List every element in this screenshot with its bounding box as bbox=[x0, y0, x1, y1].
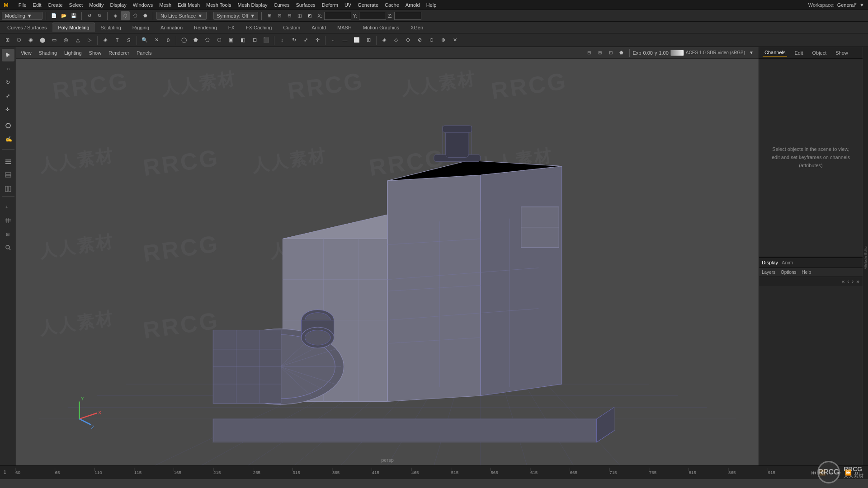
shelf-cleanup-icon[interactable]: ⊘ bbox=[414, 35, 425, 46]
soft-select-tool[interactable] bbox=[2, 119, 14, 132]
tab-display[interactable]: Display bbox=[762, 260, 778, 265]
tab-sculpting[interactable]: Sculpting bbox=[95, 23, 127, 32]
shelf-svg-icon[interactable]: S bbox=[123, 35, 134, 46]
tab-animation[interactable]: Animation bbox=[155, 23, 188, 32]
select-by-hierarchy-icon[interactable]: ◈ bbox=[111, 11, 120, 20]
menu-deform[interactable]: Deform bbox=[319, 1, 341, 9]
shelf-reduce-icon[interactable]: ⊖ bbox=[426, 35, 437, 46]
open-scene-icon[interactable]: 📂 bbox=[59, 11, 68, 20]
menu-surfaces[interactable]: Surfaces bbox=[293, 1, 318, 9]
snap-point-icon[interactable]: ⊟ bbox=[285, 11, 294, 20]
color-mode-label[interactable]: ACES 1.0 SDR-video (sRGB) bbox=[686, 50, 745, 55]
shelf-search-icon[interactable]: 🔍 bbox=[139, 35, 150, 46]
shelf-cylinder-icon[interactable]: ⬤ bbox=[37, 35, 48, 46]
shelf-sphere-icon[interactable]: ◉ bbox=[25, 35, 36, 46]
select-tool[interactable] bbox=[2, 49, 14, 61]
redo-icon[interactable]: ↻ bbox=[95, 11, 104, 20]
scale-tool[interactable]: ⤢ bbox=[2, 89, 14, 102]
tab-rendering[interactable]: Rendering bbox=[189, 23, 222, 32]
vp-display-icon-2[interactable]: ⊞ bbox=[595, 48, 604, 57]
grid-icon[interactable] bbox=[2, 214, 14, 227]
shelf-scale-icon[interactable]: ⤢ bbox=[300, 35, 311, 46]
shelf-fill-icon[interactable]: ⬛ bbox=[261, 35, 272, 46]
save-scene-icon[interactable]: 💾 bbox=[69, 11, 78, 20]
shelf-subdivide-icon[interactable]: ⬠ bbox=[202, 35, 213, 46]
tab-xgen[interactable]: XGen bbox=[405, 23, 429, 32]
y-input[interactable] bbox=[359, 12, 386, 20]
menu-mesh-tools[interactable]: Mesh Tools bbox=[203, 1, 234, 9]
shelf-zero-icon[interactable]: 0 bbox=[163, 35, 174, 46]
shelf-uv-icon[interactable]: ⊞ bbox=[363, 35, 374, 46]
shelf-bevel-icon[interactable]: ▣ bbox=[226, 35, 236, 46]
shelf-plane-icon[interactable]: ▭ bbox=[49, 35, 60, 46]
shelf-select-icon[interactable]: ⊞ bbox=[2, 35, 13, 46]
shelf-boolean-icon[interactable]: ⊕ bbox=[402, 35, 413, 46]
shelf-merge-icon[interactable]: ◈ bbox=[379, 35, 390, 46]
menu-cache[interactable]: Cache bbox=[382, 1, 402, 9]
menu-generate[interactable]: Generate bbox=[355, 1, 381, 9]
sub-tab-options[interactable]: Options bbox=[781, 270, 796, 275]
no-live-surface-selector[interactable]: No Live Surface ▼ bbox=[156, 12, 207, 20]
shelf-rotate-icon[interactable]: ↻ bbox=[288, 35, 299, 46]
workspace-selector[interactable]: Modeling ▼ bbox=[2, 12, 42, 20]
shelf-cube-icon[interactable]: ⬡ bbox=[14, 35, 24, 46]
menu-help[interactable]: Help bbox=[424, 1, 439, 9]
move-tool[interactable]: ↔ bbox=[2, 62, 14, 75]
shelf-torus-icon[interactable]: ◎ bbox=[61, 35, 71, 46]
snap-icon[interactable]: ⊞ bbox=[2, 228, 14, 240]
vp-menu-panels[interactable]: Panels bbox=[135, 49, 154, 56]
shelf-retopo-icon[interactable]: ⊗ bbox=[438, 35, 448, 46]
shelf-face-icon[interactable]: ⬜ bbox=[351, 35, 362, 46]
menu-mesh[interactable]: Mesh bbox=[156, 1, 174, 9]
tab-poly-modeling[interactable]: Poly Modeling bbox=[52, 23, 94, 32]
snap-surface-icon[interactable]: ◫ bbox=[295, 11, 304, 20]
vp-display-icon-3[interactable]: ⊡ bbox=[606, 48, 615, 57]
tab-curves-surfaces[interactable]: Curves / Surfaces bbox=[2, 23, 52, 32]
attribute-editor-strip[interactable]: Attribute Editor bbox=[863, 47, 868, 465]
outliner-icon[interactable] bbox=[2, 155, 14, 168]
workspace-dropdown-icon[interactable]: ▼ bbox=[859, 2, 864, 8]
new-scene-icon[interactable]: 📄 bbox=[49, 11, 58, 20]
x-input[interactable] bbox=[324, 12, 351, 20]
menu-edit[interactable]: Edit bbox=[30, 1, 44, 9]
vp-display-icon-1[interactable]: ⊟ bbox=[585, 48, 594, 57]
tab-channels[interactable]: Channels bbox=[763, 49, 787, 56]
vp-menu-renderer[interactable]: Renderer bbox=[107, 49, 131, 56]
vp-menu-lighting[interactable]: Lighting bbox=[62, 49, 84, 56]
shelf-move-icon[interactable]: ↕ bbox=[277, 35, 288, 46]
snap-view-icon[interactable]: ◩ bbox=[305, 11, 314, 20]
paint-select-tool[interactable]: ✍ bbox=[2, 133, 14, 145]
nav-arrow-right-right[interactable]: » bbox=[855, 278, 861, 285]
tab-custom[interactable]: Custom bbox=[278, 23, 306, 32]
snap-curve-icon[interactable]: ⊡ bbox=[275, 11, 284, 20]
lasso-select-icon[interactable]: ⬠ bbox=[131, 11, 140, 20]
menu-select[interactable]: Select bbox=[66, 1, 86, 9]
menu-curves[interactable]: Curves bbox=[271, 1, 292, 9]
vp-menu-view[interactable]: View bbox=[19, 49, 33, 56]
shelf-target-icon[interactable]: ✕ bbox=[151, 35, 162, 46]
menu-display[interactable]: Display bbox=[108, 1, 129, 9]
vp-menu-show[interactable]: Show bbox=[87, 49, 104, 56]
shelf-extrude-icon[interactable]: ◧ bbox=[237, 35, 248, 46]
tab-rigging[interactable]: Rigging bbox=[127, 23, 155, 32]
sub-tab-help[interactable]: Help bbox=[802, 270, 811, 275]
symmetry-selector[interactable]: Symmetry: Off ▼ bbox=[213, 12, 258, 20]
tab-anim[interactable]: Anim bbox=[782, 260, 793, 265]
menu-uv[interactable]: UV bbox=[342, 1, 354, 9]
go-to-start-btn[interactable]: ⏮ bbox=[810, 469, 817, 477]
shelf-bridge-icon[interactable]: ⊟ bbox=[249, 35, 260, 46]
menu-edit-mesh[interactable]: Edit Mesh bbox=[175, 1, 203, 9]
shelf-cone-icon[interactable]: △ bbox=[72, 35, 83, 46]
menu-mesh-display[interactable]: Mesh Display bbox=[235, 1, 270, 9]
select-icon[interactable]: ⬡ bbox=[121, 11, 130, 20]
paint-select-icon[interactable]: ⬟ bbox=[141, 11, 150, 20]
attribute-editor-icon[interactable] bbox=[2, 183, 14, 195]
nav-arrow-right[interactable]: › bbox=[850, 278, 855, 285]
nav-arrow-left-left[interactable]: « bbox=[840, 278, 846, 285]
menu-arnold[interactable]: Arnold bbox=[403, 1, 423, 9]
viewport-canvas[interactable]: RRCG 人人素材 RRCG 人人素材 RRCG 人人素材 RRCG 人人素材 … bbox=[16, 59, 759, 465]
menu-file[interactable]: File bbox=[16, 1, 29, 9]
exposure-value[interactable]: 0.00 bbox=[643, 50, 653, 56]
tab-mash[interactable]: MASH bbox=[332, 23, 357, 32]
tab-object[interactable]: Object bbox=[810, 49, 828, 56]
